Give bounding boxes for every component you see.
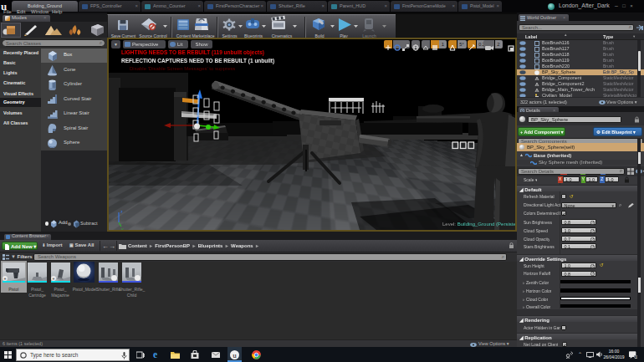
svg-text:y: y [121, 227, 124, 230]
svg-text:z: z [120, 209, 123, 214]
svg-text:1: 1 [635, 355, 636, 358]
